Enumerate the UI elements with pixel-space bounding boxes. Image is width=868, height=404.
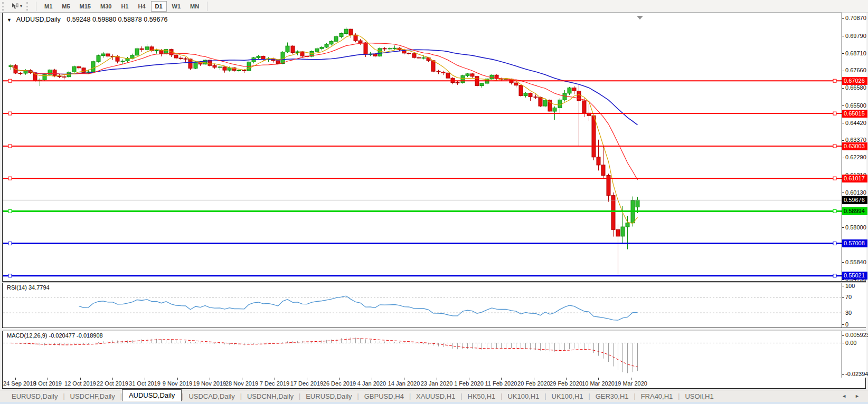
timeframe-button-mn[interactable]: MN	[186, 1, 203, 12]
timeframe-button-d1[interactable]: D1	[151, 1, 167, 12]
date-tick-label: 7 Dec 2019	[258, 380, 291, 387]
price-tick	[842, 262, 844, 263]
line-handle[interactable]	[833, 79, 836, 82]
price-tick-label: 0.64420	[845, 120, 866, 126]
price-chart-plot[interactable]	[3, 14, 842, 281]
horizontal-line-0.63003[interactable]	[3, 145, 842, 148]
ma-fast-line	[11, 35, 638, 223]
date-axis-tick	[437, 378, 437, 380]
toolbar-grip	[26, 2, 31, 11]
horizontal-line-0.57008[interactable]	[3, 242, 842, 245]
line-handle[interactable]	[833, 177, 836, 180]
price-tick	[842, 105, 844, 106]
macd-indicator-label: MACD(12,26,9) -0.020477 -0.018908	[7, 332, 103, 339]
timeframe-button-m1[interactable]: M1	[40, 1, 56, 12]
rsi-line	[79, 296, 638, 320]
rsi-tick	[842, 286, 844, 286]
tab-eurusd-daily[interactable]: EURUSD,Daily	[300, 391, 357, 401]
date-axis-tick	[631, 378, 631, 380]
macd-panel[interactable]	[3, 331, 842, 378]
date-axis-tick	[534, 378, 534, 380]
tab-eurusd-daily[interactable]: EURUSD,Daily	[6, 391, 63, 401]
line-handle[interactable]	[833, 209, 836, 213]
timeframe-button-m30[interactable]: M30	[96, 1, 116, 12]
tab-xauusd-h1[interactable]: XAUUSD,H1	[411, 391, 460, 401]
panel-splitter[interactable]	[2, 281, 866, 283]
line-handle[interactable]	[8, 79, 12, 82]
tab-usdcad-daily[interactable]: USDCAD,Daily	[183, 391, 240, 401]
horizontal-line-0.55021[interactable]	[3, 274, 842, 277]
date-tick-label: 3 Oct 2019	[31, 380, 64, 387]
line-handle[interactable]	[833, 242, 836, 245]
horizontal-line-0.61017[interactable]	[3, 177, 842, 180]
rsi-tick-label: 100	[845, 283, 855, 289]
tab-usdcnh-daily[interactable]: USDCNH,Daily	[242, 391, 299, 401]
tab-ger30-h1[interactable]: GER30,H1	[590, 391, 634, 401]
line-handle[interactable]	[8, 112, 12, 115]
tab-uk100-h1[interactable]: UK100,H1	[546, 391, 589, 401]
collapse-indicator-icon[interactable]: ▼	[7, 17, 12, 23]
timeframe-button-w1[interactable]: W1	[168, 1, 185, 12]
tab-hk50-h1[interactable]: HK50,H1	[463, 391, 501, 401]
line-handle[interactable]	[8, 242, 12, 245]
horizontal-line-0.67026[interactable]	[3, 79, 842, 82]
price-tick	[842, 227, 844, 228]
date-tick-label: 31 Oct 2019	[128, 380, 162, 387]
tab-audusd-daily[interactable]: AUDUSD,Daily	[122, 389, 182, 401]
date-axis-tick	[307, 378, 307, 380]
timeframe-button-m15[interactable]: M15	[76, 1, 95, 12]
tab-usoil-h1[interactable]: USOil,H1	[680, 391, 719, 401]
level-price-badge: 0.58994	[842, 207, 867, 215]
level-price-badge: 0.55021	[842, 272, 867, 280]
tab-fra40-h1[interactable]: FRA40,H1	[636, 391, 678, 401]
chart-title: ▼ AUDUSD,Daily 0.59248 0.59880 0.58878 0…	[7, 16, 167, 23]
date-tick-label: 4 Jan 2020	[355, 380, 389, 387]
line-handle[interactable]	[8, 209, 12, 213]
toolbar-separator	[207, 2, 207, 11]
rsi-tick-label: 0	[845, 321, 848, 328]
macd-tick	[842, 335, 844, 336]
line-handle[interactable]	[8, 177, 12, 180]
date-axis-tick	[372, 378, 372, 380]
timeframe-button-m5[interactable]: M5	[58, 1, 74, 12]
rsi-tick	[842, 313, 844, 313]
rsi-panel[interactable]	[3, 283, 842, 328]
tab-uk100-h1[interactable]: UK100,H1	[502, 391, 544, 401]
panel-splitter[interactable]	[2, 328, 866, 331]
line-handle[interactable]	[833, 145, 836, 148]
tab-scroll-right-icon[interactable]: ►	[855, 393, 860, 399]
price-tick	[842, 193, 844, 193]
line-handle[interactable]	[833, 274, 836, 277]
date-tick-label: 19 Mar 2020	[614, 380, 648, 387]
horizontal-line-0.65015[interactable]	[3, 112, 842, 115]
date-axis-tick	[242, 378, 242, 380]
tab-usdchf-daily[interactable]: USDCHF,Daily	[65, 391, 120, 401]
chart-tools-button[interactable]: ▾	[9, 2, 24, 11]
date-axis-tick	[339, 378, 340, 380]
tab-scroll-left-icon[interactable]: ◄	[842, 393, 846, 399]
rsi-tick	[842, 324, 844, 325]
horizontal-line-0.58994[interactable]	[3, 209, 842, 213]
date-axis-tick	[566, 378, 567, 380]
timeframe-button-h1[interactable]: H1	[117, 1, 133, 12]
rsi-tick-label: 30	[845, 310, 852, 316]
timeframe-button-h4[interactable]: H4	[134, 1, 149, 12]
macd-tick-label: -0.023944	[845, 371, 868, 377]
level-price-badge: 0.63003	[842, 142, 867, 150]
timeframe-button-group: M1M5M15M30H1H4D1W1MN	[40, 1, 204, 12]
line-handle[interactable]	[833, 112, 836, 115]
line-handle[interactable]	[8, 145, 12, 148]
date-axis-tick	[48, 378, 48, 380]
mt4-chart-screen: ▾ M1M5M15M30H1H4D1W1MN ▼ AUDUSD,Daily 0.…	[0, 0, 868, 404]
chart-shift-marker-icon[interactable]	[637, 16, 643, 20]
dropdown-caret-icon: ▾	[20, 4, 22, 8]
date-axis-tick	[177, 378, 178, 380]
date-axis-tick	[404, 378, 404, 380]
date-axis-tick	[112, 378, 113, 380]
rsi-tick	[842, 297, 844, 298]
price-tick	[842, 71, 844, 71]
candles-layer	[9, 27, 639, 274]
date-axis-tick	[598, 378, 599, 380]
line-handle[interactable]	[8, 274, 12, 277]
tab-gbpusd-h4[interactable]: GBPUSD,H4	[359, 391, 409, 401]
